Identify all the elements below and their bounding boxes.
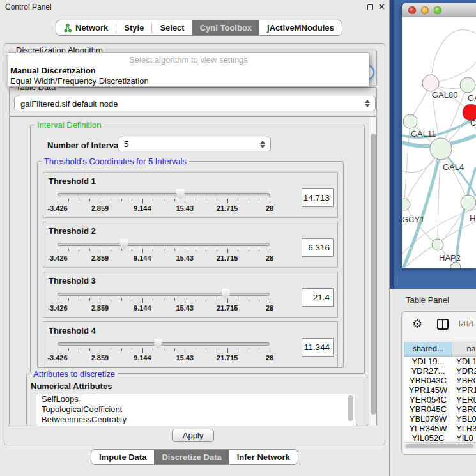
cell-name[interactable]: YER0 xyxy=(452,395,476,404)
cell-shared-name[interactable]: YER054C xyxy=(404,395,452,404)
threshold-value-field[interactable]: 14.713 xyxy=(302,188,334,207)
threshold-slider[interactable] xyxy=(58,293,270,296)
cell-shared-name[interactable]: YDR27... xyxy=(404,366,452,376)
dropdown-option-equal-width[interactable]: Equal Width/Frequency Discretization xyxy=(10,76,149,86)
threshold-slider[interactable] xyxy=(58,342,270,346)
tab-cyni-toolbox[interactable]: Cyni Toolbox xyxy=(192,20,259,35)
table-row[interactable]: YIL052CYIL0 xyxy=(404,433,476,441)
table-row[interactable]: YER054CYER0 xyxy=(404,395,476,404)
table-row[interactable]: YPR145WYPR1 xyxy=(404,385,476,395)
slider-tick xyxy=(164,348,164,351)
network-canvas[interactable]: GAL80GACGAL11GAL4GCY1HHAP2 xyxy=(402,17,476,268)
network-edge xyxy=(431,30,476,83)
minimize-traffic-light[interactable] xyxy=(421,6,429,14)
table-data-combobox[interactable]: galFiltered.sif default node xyxy=(14,96,376,111)
cell-name[interactable]: YBR0 xyxy=(452,404,476,414)
threshold-value-field[interactable]: 6.316 xyxy=(302,238,334,257)
cell-name[interactable]: YIL0 xyxy=(452,433,476,441)
tab-style[interactable]: Style xyxy=(116,20,151,35)
slider-tick xyxy=(142,298,143,303)
cell-name[interactable]: YPR1 xyxy=(452,385,476,395)
threshold-slider[interactable] xyxy=(58,193,270,196)
cell-name[interactable]: YDL1 xyxy=(452,357,476,366)
slider-tick xyxy=(164,298,164,301)
dropdown-option-manual-discretization[interactable]: Manual Discretization xyxy=(10,66,96,75)
attribute-list-item[interactable]: TopologicalCoefficient xyxy=(36,404,355,415)
threshold-panel-3: Threshold 3-3.4262.8599.14415.4321.71528… xyxy=(43,272,338,318)
table-row[interactable]: YLR345WYLR3 xyxy=(404,424,476,433)
numerical-attributes-list[interactable]: SelfLoopsTopologicalCoefficientBetweenne… xyxy=(36,394,355,426)
slider-tick-label: 15.43 xyxy=(176,354,194,362)
numerical-attributes-label: Numerical Attributes xyxy=(31,381,112,391)
list-scrollbar[interactable] xyxy=(348,395,353,421)
table-row[interactable]: YBR045CYBR0 xyxy=(404,404,476,414)
cell-shared-name[interactable]: YBL079W xyxy=(404,414,452,424)
slider-tick xyxy=(185,348,185,353)
slider-tick-label: 2.859 xyxy=(91,304,109,312)
slider-tick xyxy=(58,298,58,303)
slider-tick-label: 21.715 xyxy=(217,354,238,362)
tab-jactivemnodules[interactable]: jActiveMNodules xyxy=(259,20,342,35)
apply-button[interactable]: Apply xyxy=(172,429,214,442)
columns-icon[interactable] xyxy=(437,319,449,330)
slider-tick xyxy=(68,298,69,301)
cell-name[interactable]: YBR0 xyxy=(452,376,476,385)
table-row[interactable]: YBR043CYBR0 xyxy=(404,376,476,385)
table-row[interactable]: YDR27...YDR2 xyxy=(404,366,476,376)
table-row[interactable]: YDL19...YDL1 xyxy=(404,357,476,366)
slider-tick xyxy=(185,199,185,203)
attribute-list-item[interactable]: BetweennessCentrality xyxy=(36,415,355,425)
gear-icon[interactable]: ⚙ xyxy=(412,318,422,330)
tab-infer-network[interactable]: Infer Network xyxy=(229,450,298,464)
network-node-green[interactable] xyxy=(450,262,461,268)
slider-tick xyxy=(142,348,143,353)
scrollbar-thumb[interactable] xyxy=(371,134,376,415)
slider-tick xyxy=(238,348,238,351)
network-node-pink[interactable] xyxy=(422,75,439,91)
column-header-name[interactable]: na xyxy=(452,342,476,357)
close-traffic-light[interactable] xyxy=(408,6,416,14)
slider-tick xyxy=(89,249,90,251)
tab-impute-data[interactable]: Impute Data xyxy=(91,450,154,464)
cell-shared-name[interactable]: YIL052C xyxy=(404,433,452,441)
close-icon[interactable]: ✕ xyxy=(378,1,385,13)
column-header-shared[interactable]: shared... xyxy=(404,342,452,357)
tab-discretize-data[interactable]: Discretize Data xyxy=(154,450,229,464)
cell-name[interactable]: YLR3 xyxy=(452,424,476,433)
threshold-value-field[interactable]: 11.344 xyxy=(302,338,334,357)
cell-shared-name[interactable]: YBR045C xyxy=(404,404,452,414)
scrollpane-scrollbar[interactable] xyxy=(369,117,377,426)
network-node-green[interactable] xyxy=(402,199,410,210)
network-node-green[interactable] xyxy=(461,195,476,210)
checkboxes-icon[interactable]: ☑☑ xyxy=(459,319,474,328)
node-table-container: ⚙ ☑☑ shared... na YDL19...YDL1YDR27...YD… xyxy=(401,311,476,455)
slider-tick xyxy=(206,348,206,351)
cell-shared-name[interactable]: YPR145W xyxy=(404,385,452,395)
combo-stepper-icon xyxy=(363,100,372,107)
network-node-green[interactable] xyxy=(403,114,417,128)
slider-tick xyxy=(153,199,153,201)
scrollbar-thumb[interactable] xyxy=(406,444,473,448)
cell-shared-name[interactable]: YBR043C xyxy=(404,376,452,385)
network-node-green[interactable] xyxy=(432,239,443,250)
threshold-slider[interactable] xyxy=(58,243,270,246)
table-horizontal-scrollbar[interactable] xyxy=(404,442,476,449)
zoom-traffic-light[interactable] xyxy=(434,6,441,14)
number-of-intervals-combobox[interactable]: 5 xyxy=(118,137,271,151)
cell-name[interactable]: YBL0 xyxy=(452,414,476,424)
threshold-value-field[interactable]: 21.4 xyxy=(302,288,334,307)
cell-shared-name[interactable]: YLR345W xyxy=(404,424,452,433)
cell-name[interactable]: YDR2 xyxy=(452,366,476,376)
attribute-list-item[interactable]: SelfLoops xyxy=(36,394,355,404)
network-node-green[interactable] xyxy=(430,138,452,160)
network-node-green[interactable] xyxy=(460,77,475,93)
float-window-icon[interactable] xyxy=(367,4,373,10)
tab-network[interactable]: Network xyxy=(56,20,116,35)
slider-tick xyxy=(79,298,79,301)
dropdown-placeholder-option[interactable]: Select algorithm to view settings xyxy=(8,55,369,65)
table-row[interactable]: YBL079WYBL0 xyxy=(404,414,476,424)
threshold-label: Threshold 2 xyxy=(49,226,96,236)
tab-select[interactable]: Select xyxy=(152,20,192,35)
slider-tick xyxy=(121,199,122,201)
cell-shared-name[interactable]: YDL19... xyxy=(404,357,452,366)
